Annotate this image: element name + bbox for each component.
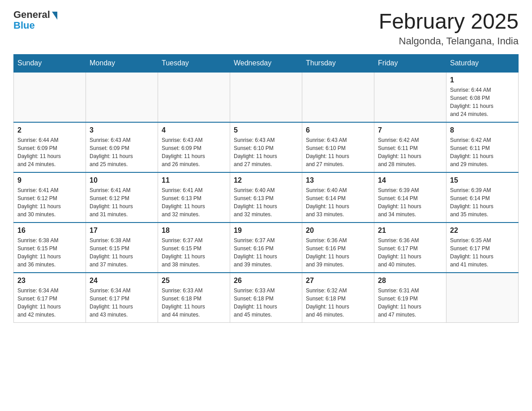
day-header-thursday: Thursday [302,55,374,73]
day-info: Sunrise: 6:43 AMSunset: 6:09 PMDaylight:… [162,136,226,168]
day-number: 19 [234,227,298,235]
day-info: Sunrise: 6:42 AMSunset: 6:11 PMDaylight:… [378,136,442,168]
calendar-cell [302,72,374,122]
logo-general-text: General [13,9,50,21]
day-info: Sunrise: 6:40 AMSunset: 6:13 PMDaylight:… [234,186,298,218]
week-row-2: 2Sunrise: 6:44 AMSunset: 6:09 PMDaylight… [14,122,519,172]
day-info: Sunrise: 6:44 AMSunset: 6:09 PMDaylight:… [17,136,82,168]
calendar-cell: 25Sunrise: 6:33 AMSunset: 6:18 PMDayligh… [158,273,230,323]
day-number: 1 [450,76,515,84]
calendar-cell: 17Sunrise: 6:38 AMSunset: 6:15 PMDayligh… [86,223,158,273]
day-info: Sunrise: 6:43 AMSunset: 6:10 PMDaylight:… [306,136,370,168]
calendar-cell: 4Sunrise: 6:43 AMSunset: 6:09 PMDaylight… [158,122,230,172]
calendar-cell: 20Sunrise: 6:36 AMSunset: 6:16 PMDayligh… [302,223,374,273]
calendar-cell: 2Sunrise: 6:44 AMSunset: 6:09 PMDaylight… [14,122,86,172]
calendar-cell: 11Sunrise: 6:41 AMSunset: 6:13 PMDayligh… [158,172,230,223]
day-info: Sunrise: 6:34 AMSunset: 6:17 PMDaylight:… [17,287,82,319]
calendar-cell: 7Sunrise: 6:42 AMSunset: 6:11 PMDaylight… [374,122,446,172]
title-section: February 2025 Nalgonda, Telangana, India [379,9,519,47]
calendar-cell: 12Sunrise: 6:40 AMSunset: 6:13 PMDayligh… [230,172,302,223]
calendar-cell: 3Sunrise: 6:43 AMSunset: 6:09 PMDaylight… [86,122,158,172]
calendar-cell: 1Sunrise: 6:44 AMSunset: 6:08 PMDaylight… [446,72,519,122]
day-number: 14 [378,176,442,184]
calendar-cell [374,72,446,122]
page-header: General Blue February 2025 Nalgonda, Tel… [13,9,519,47]
day-number: 17 [90,227,154,235]
day-number: 5 [234,126,298,134]
day-info: Sunrise: 6:41 AMSunset: 6:13 PMDaylight:… [162,186,226,218]
day-info: Sunrise: 6:43 AMSunset: 6:10 PMDaylight:… [234,136,298,168]
day-number: 24 [90,277,154,285]
day-info: Sunrise: 6:32 AMSunset: 6:18 PMDaylight:… [306,287,370,319]
day-number: 10 [90,176,154,184]
day-info: Sunrise: 6:33 AMSunset: 6:18 PMDaylight:… [234,287,298,319]
week-row-1: 1Sunrise: 6:44 AMSunset: 6:08 PMDaylight… [14,72,519,122]
day-number: 27 [306,277,370,285]
calendar-cell [158,72,230,122]
calendar-cell: 28Sunrise: 6:31 AMSunset: 6:19 PMDayligh… [374,273,446,323]
day-number: 2 [17,126,82,134]
day-info: Sunrise: 6:38 AMSunset: 6:15 PMDaylight:… [17,236,82,269]
day-info: Sunrise: 6:39 AMSunset: 6:14 PMDaylight:… [450,186,515,218]
day-number: 26 [234,277,298,285]
calendar-cell [230,72,302,122]
day-info: Sunrise: 6:44 AMSunset: 6:08 PMDaylight:… [450,86,515,118]
week-row-3: 9Sunrise: 6:41 AMSunset: 6:12 PMDaylight… [14,172,519,223]
day-number: 3 [90,126,154,134]
day-info: Sunrise: 6:42 AMSunset: 6:11 PMDaylight:… [450,136,515,168]
calendar-cell: 16Sunrise: 6:38 AMSunset: 6:15 PMDayligh… [14,223,86,273]
calendar-table: SundayMondayTuesdayWednesdayThursdayFrid… [13,54,519,323]
calendar-cell: 6Sunrise: 6:43 AMSunset: 6:10 PMDaylight… [302,122,374,172]
day-number: 21 [378,227,442,235]
calendar-cell [86,72,158,122]
day-number: 7 [378,126,442,134]
day-info: Sunrise: 6:41 AMSunset: 6:12 PMDaylight:… [90,186,154,218]
day-info: Sunrise: 6:33 AMSunset: 6:18 PMDaylight:… [162,287,226,319]
day-number: 4 [162,126,226,134]
logo: General Blue [13,9,57,31]
day-info: Sunrise: 6:39 AMSunset: 6:14 PMDaylight:… [378,186,442,218]
day-number: 11 [162,176,226,184]
day-number: 16 [17,227,82,235]
logo-blue-text: Blue [13,20,35,31]
day-number: 15 [450,176,515,184]
week-row-5: 23Sunrise: 6:34 AMSunset: 6:17 PMDayligh… [14,273,519,323]
calendar-cell: 26Sunrise: 6:33 AMSunset: 6:18 PMDayligh… [230,273,302,323]
calendar-cell [446,273,519,323]
logo-arrow-icon [52,12,57,20]
day-header-sunday: Sunday [14,55,86,73]
day-number: 6 [306,126,370,134]
day-info: Sunrise: 6:36 AMSunset: 6:17 PMDaylight:… [378,236,442,269]
month-title: February 2025 [379,9,519,34]
day-info: Sunrise: 6:43 AMSunset: 6:09 PMDaylight:… [90,136,154,168]
day-number: 22 [450,227,515,235]
week-row-4: 16Sunrise: 6:38 AMSunset: 6:15 PMDayligh… [14,223,519,273]
day-number: 25 [162,277,226,285]
calendar-cell: 22Sunrise: 6:35 AMSunset: 6:17 PMDayligh… [446,223,519,273]
day-info: Sunrise: 6:40 AMSunset: 6:14 PMDaylight:… [306,186,370,218]
calendar-cell: 15Sunrise: 6:39 AMSunset: 6:14 PMDayligh… [446,172,519,223]
day-header-friday: Friday [374,55,446,73]
calendar-cell: 5Sunrise: 6:43 AMSunset: 6:10 PMDaylight… [230,122,302,172]
calendar-cell: 21Sunrise: 6:36 AMSunset: 6:17 PMDayligh… [374,223,446,273]
day-number: 20 [306,227,370,235]
day-header-wednesday: Wednesday [230,55,302,73]
day-info: Sunrise: 6:36 AMSunset: 6:16 PMDaylight:… [306,236,370,269]
day-info: Sunrise: 6:37 AMSunset: 6:16 PMDaylight:… [234,236,298,269]
calendar-cell: 18Sunrise: 6:37 AMSunset: 6:15 PMDayligh… [158,223,230,273]
day-info: Sunrise: 6:38 AMSunset: 6:15 PMDaylight:… [90,236,154,269]
day-number: 13 [306,176,370,184]
day-header-monday: Monday [86,55,158,73]
location-title: Nalgonda, Telangana, India [379,35,519,47]
calendar-cell: 13Sunrise: 6:40 AMSunset: 6:14 PMDayligh… [302,172,374,223]
day-number: 23 [17,277,82,285]
calendar-cell: 10Sunrise: 6:41 AMSunset: 6:12 PMDayligh… [86,172,158,223]
day-info: Sunrise: 6:34 AMSunset: 6:17 PMDaylight:… [90,287,154,319]
calendar-cell: 24Sunrise: 6:34 AMSunset: 6:17 PMDayligh… [86,273,158,323]
calendar-cell: 8Sunrise: 6:42 AMSunset: 6:11 PMDaylight… [446,122,519,172]
calendar-cell: 23Sunrise: 6:34 AMSunset: 6:17 PMDayligh… [14,273,86,323]
day-number: 8 [450,126,515,134]
day-header-tuesday: Tuesday [158,55,230,73]
calendar-cell [14,72,86,122]
day-header-saturday: Saturday [446,55,519,73]
